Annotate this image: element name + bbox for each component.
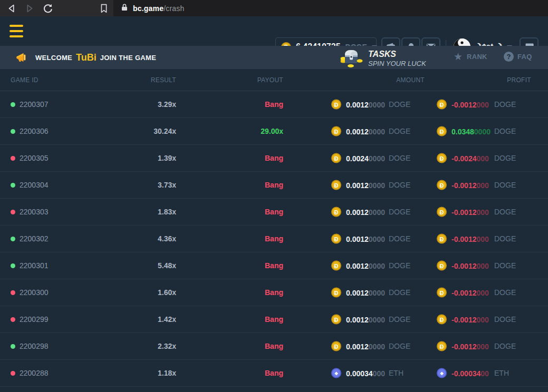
- table-row[interactable]: 2200303 1.83x Bang Đ0.00120000 DOGE Đ-0.…: [0, 199, 548, 226]
- status-dot: [11, 129, 15, 134]
- rank-link[interactable]: ★ RANK: [454, 52, 487, 62]
- faq-label: FAQ: [517, 53, 532, 61]
- amount-value: 0.0012: [346, 288, 369, 297]
- payout-value: Bang: [265, 342, 283, 350]
- profit-cell: Đ-0.0012000: [437, 207, 489, 217]
- profit-value: -0.0012: [451, 261, 476, 270]
- amount-cell: Đ0.00120000: [331, 341, 385, 351]
- profit-cell: Đ-0.0012000: [437, 341, 489, 351]
- game-id-cell: 2200298: [11, 342, 49, 350]
- game-history-table: GAME ID RESULT PAYOUT AMOUNT PROFIT 2200…: [0, 69, 548, 387]
- payout-value: Bang: [265, 100, 283, 109]
- result-value: 1.60x: [158, 288, 176, 297]
- amount-currency: DOGE: [389, 154, 410, 162]
- amount-cell: Đ0.00120000: [331, 288, 385, 298]
- coin-icon: Đ: [331, 315, 341, 325]
- tasks-shortcut[interactable]: TASKS SPIN YOUR LUCK: [340, 47, 426, 70]
- table-row[interactable]: 2200305 1.39x Bang Đ0.00240000 DOGE Đ-0.…: [0, 145, 548, 172]
- amount-cell: Đ0.00120000: [331, 126, 385, 136]
- profit-value: -0.0024: [451, 154, 476, 162]
- amount-trailing-zeros: 0000: [369, 234, 385, 243]
- payout-value: Bang: [265, 288, 283, 297]
- result-value: 2.32x: [158, 342, 176, 350]
- amount-value: 0.0012: [346, 208, 369, 216]
- status-dot: [11, 290, 15, 295]
- profit-value: -0.0012: [451, 100, 476, 109]
- game-id-cell: 2200306: [11, 127, 49, 135]
- amount-currency: DOGE: [389, 315, 410, 324]
- profit-trailing-zeros: 000: [476, 315, 488, 324]
- amount-cell: Đ0.00120000: [331, 180, 385, 190]
- profit-currency: DOGE: [494, 342, 516, 350]
- game-id-cell: 2200307: [11, 100, 49, 109]
- amount-value: 0.0012: [346, 181, 369, 189]
- amount-cell: Đ0.00120000: [331, 100, 385, 110]
- amount-value: 0.0012: [346, 127, 369, 135]
- question-icon: ?: [504, 52, 514, 62]
- coin-icon: Đ: [331, 341, 341, 351]
- bookmark-icon[interactable]: [98, 2, 110, 15]
- table-row[interactable]: 2200307 3.29x Bang Đ0.00120000 DOGE Đ-0.…: [0, 91, 548, 118]
- table-row[interactable]: 2200302 4.36x Bang Đ0.00120000 DOGE Đ-0.…: [0, 226, 548, 252]
- profit-currency: DOGE: [494, 234, 516, 243]
- profit-trailing-zeros: 000: [476, 208, 488, 216]
- amount-cell: Đ0.00120000: [331, 234, 385, 244]
- coin-icon: ◆: [437, 368, 447, 378]
- coin-icon: Đ: [437, 100, 447, 110]
- profit-currency: DOGE: [494, 315, 516, 324]
- game-id: 2200305: [20, 154, 49, 162]
- game-id-cell: 2200299: [11, 315, 49, 324]
- treasure-chest-icon: [340, 47, 363, 70]
- table-row[interactable]: 2200288 1.18x Bang ◆0.00034000 ETH ◆-0.0…: [0, 360, 548, 387]
- profit-cell: Đ0.03480000: [437, 126, 491, 136]
- star-icon: ★: [454, 52, 463, 62]
- table-row[interactable]: 2200306 30.24x 29.00x Đ0.00120000 DOGE Đ…: [0, 118, 548, 145]
- column-result: RESULT: [151, 76, 176, 84]
- amount-currency: DOGE: [389, 234, 410, 243]
- profit-trailing-zeros: 000: [476, 100, 488, 109]
- profit-cell: ◆-0.0003400: [437, 368, 489, 378]
- refresh-icon[interactable]: [42, 2, 53, 14]
- profit-currency: DOGE: [494, 181, 516, 189]
- table-row[interactable]: 2200298 2.32x Bang Đ0.00120000 DOGE Đ-0.…: [0, 333, 548, 360]
- game-id-cell: 2200302: [11, 234, 49, 243]
- game-id: 2200301: [20, 261, 49, 270]
- menu-icon[interactable]: [9, 25, 23, 37]
- faq-link[interactable]: ? FAQ: [504, 52, 532, 62]
- amount-value: 0.0012: [346, 315, 369, 324]
- amount-value: 0.0012: [346, 100, 369, 109]
- url-domain: bc.game: [133, 4, 164, 13]
- game-id-cell: 2200288: [11, 369, 49, 377]
- amount-cell: Đ0.00120000: [331, 207, 385, 217]
- coin-icon: Đ: [437, 261, 447, 271]
- profit-trailing-zeros: 000: [476, 181, 488, 189]
- table-row[interactable]: 2200300 1.60x Bang Đ0.00120000 DOGE Đ-0.…: [0, 279, 548, 306]
- amount-trailing-zeros: 0000: [369, 154, 385, 162]
- amount-currency: ETH: [389, 369, 403, 377]
- table-row[interactable]: 2200304 3.73x Bang Đ0.00120000 DOGE Đ-0.…: [0, 172, 548, 199]
- payout-value: Bang: [265, 154, 283, 162]
- profit-value: -0.0012: [451, 181, 476, 189]
- amount-currency: DOGE: [389, 127, 410, 135]
- game-id-cell: 2200304: [11, 181, 49, 189]
- amount-value: 0.0012: [346, 261, 369, 270]
- payout-value: Bang: [265, 369, 283, 377]
- amount-currency: DOGE: [389, 100, 410, 109]
- address-bar[interactable]: bc.game/crash: [113, 0, 548, 16]
- game-id: 2200300: [20, 288, 49, 297]
- table-row[interactable]: 2200299 1.42x Bang Đ0.00120000 DOGE Đ-0.…: [0, 306, 548, 333]
- game-id: 2200304: [20, 181, 49, 189]
- column-profit: PROFIT: [507, 76, 531, 84]
- column-amount: AMOUNT: [396, 76, 425, 84]
- browser-bar: bc.game/crash: [0, 0, 548, 16]
- status-dot: [11, 210, 15, 214]
- amount-trailing-zeros: 0000: [369, 127, 385, 135]
- coin-icon: Đ: [437, 234, 447, 244]
- tasks-subtitle: SPIN YOUR LUCK: [368, 60, 426, 68]
- forward-icon[interactable]: [23, 2, 35, 15]
- table-header: GAME ID RESULT PAYOUT AMOUNT PROFIT: [0, 69, 548, 91]
- result-value: 5.48x: [158, 261, 176, 270]
- back-icon[interactable]: [6, 2, 18, 15]
- payout-value: Bang: [265, 261, 283, 270]
- table-row[interactable]: 2200301 5.48x Bang Đ0.00120000 DOGE Đ-0.…: [0, 252, 548, 279]
